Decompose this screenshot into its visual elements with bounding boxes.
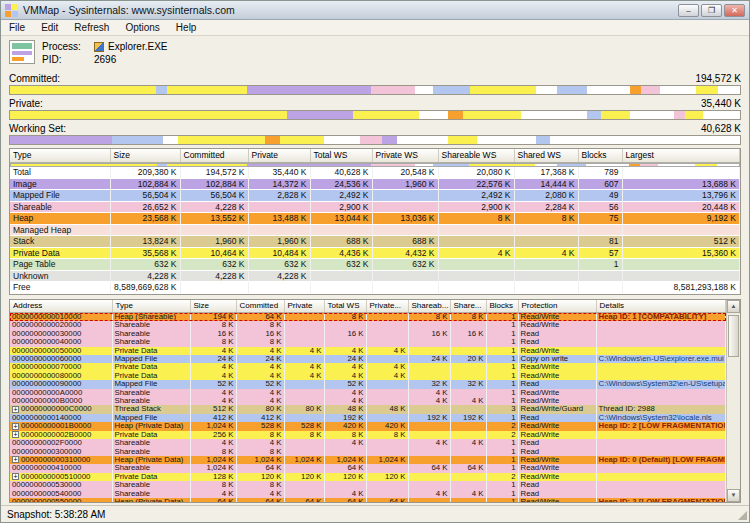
summary-value-cell: 24,536 K — [310, 178, 372, 190]
detail-col-header-total-ws[interactable]: Total WS — [324, 300, 366, 313]
detail-value-cell — [324, 338, 366, 346]
summary-row-mapped-file[interactable]: Mapped File56,504 K56,504 K2,828 K2,492 … — [10, 190, 740, 202]
summary-col-header-private[interactable]: Private — [248, 149, 310, 162]
detail-row[interactable]: 0000000000080000Private Data4 K4 K4 K4 K… — [10, 372, 726, 380]
detail-col-header-private[interactable]: Private — [284, 300, 324, 313]
detail-value-cell: 4 K — [324, 347, 366, 355]
detail-row[interactable]: 00000000000A0000Shareable4 K4 K4 K4 K1Re… — [10, 389, 726, 397]
detail-value-cell — [408, 363, 450, 371]
detail-row[interactable]: +0000000000510000Private Data128 K120 K1… — [10, 473, 726, 481]
menu-bar: FileEditRefreshOptionsHelp — [1, 20, 749, 36]
scroll-up-button[interactable]: ▲ — [727, 300, 740, 313]
title-bar[interactable]: VMMap - Sysinternals: www.sysinternals.c… — [1, 1, 749, 20]
expand-icon[interactable]: + — [12, 423, 19, 430]
detail-row[interactable]: 0000000000030000Shareable16 K16 K16 K16 … — [10, 330, 726, 338]
expand-icon[interactable]: + — [12, 406, 19, 413]
summary-col-header-shareable-ws[interactable]: Shareable WS — [438, 149, 514, 162]
detail-row[interactable]: +0000000000310000Heap (Private Data)1,02… — [10, 456, 726, 464]
detail-col-header-share[interactable]: Share... — [450, 300, 486, 313]
process-label: Process: — [42, 40, 94, 53]
detail-type-cell: Mapped File — [112, 355, 190, 363]
detail-col-header-committed[interactable]: Committed — [236, 300, 284, 313]
detail-col-header-size[interactable]: Size — [190, 300, 236, 313]
summary-row-heap[interactable]: Heap23,568 K13,552 K13,488 K13,044 K13,0… — [10, 213, 740, 225]
detail-row[interactable]: +00000000001B0000Heap (Private Data)1,02… — [10, 422, 726, 430]
summary-col-header-size[interactable]: Size — [110, 149, 180, 162]
summary-col-header-private-ws[interactable]: Private WS — [372, 149, 438, 162]
detail-col-header-shareab[interactable]: Shareab... — [408, 300, 450, 313]
detail-row[interactable]: 0000000000540000Shareable4 K4 K4 K4 K4 K… — [10, 490, 726, 498]
detail-row[interactable]: 0000000000040000Shareable8 K8 K1Read — [10, 338, 726, 346]
detail-protection-cell: Read/Write — [518, 347, 596, 355]
detail-col-header-private[interactable]: Private... — [366, 300, 408, 313]
summary-row-shareable[interactable]: Shareable26,652 K4,228 K2,900 K2,900 K2,… — [10, 201, 740, 213]
detail-row[interactable]: 00000000002F0000Shareable4 K4 K4 K4 K4 K… — [10, 439, 726, 447]
close-button[interactable]: ✕ — [724, 4, 745, 17]
summary-col-header-shared-ws[interactable]: Shared WS — [514, 149, 578, 162]
summary-row-unknown[interactable]: Unknown4,228 K4,228 K4,228 K — [10, 270, 740, 282]
summary-row-stack[interactable]: Stack13,824 K1,960 K1,960 K688 K688 K815… — [10, 236, 740, 248]
menu-item-options[interactable]: Options — [117, 21, 167, 34]
summary-col-header-committed[interactable]: Committed — [180, 149, 248, 162]
detail-row[interactable]: 0000000000020000Shareable8 K8 K1Read/Wri… — [10, 321, 726, 329]
detail-value-cell — [284, 321, 324, 329]
detail-col-header-address[interactable]: Address — [10, 300, 112, 313]
expand-icon[interactable]: + — [12, 473, 19, 480]
detail-row[interactable]: 0000000000070000Private Data4 K4 K4 K4 K… — [10, 363, 726, 371]
detail-blocks-cell: 1 — [486, 456, 518, 464]
summary-row-free[interactable]: Free8,589,669,628 K8,581,293,188 K — [10, 282, 740, 294]
detail-col-header-protection[interactable]: Protection — [518, 300, 596, 313]
detail-row[interactable]: 0000000000530000Shareable8 K8 K1Read — [10, 481, 726, 489]
menu-item-edit[interactable]: Edit — [33, 21, 66, 34]
detail-row[interactable]: 0000000000300000Shareable8 K8 K1Read — [10, 448, 726, 456]
summary-row-total[interactable]: Total209,380 K194,572 K35,440 K40,628 K2… — [10, 167, 740, 178]
detail-value-cell — [450, 431, 486, 439]
detail-row[interactable]: 0000000000010000Heap (Shareable)194 K64 … — [10, 313, 726, 322]
detail-row[interactable]: 0000000000050000Private Data4 K4 K4 K4 K… — [10, 347, 726, 355]
detail-value-cell: 120 K — [366, 473, 408, 481]
menu-item-file[interactable]: File — [1, 21, 33, 34]
detail-row[interactable]: 0000000000090000Mapped File52 K52 K52 K3… — [10, 380, 726, 388]
summary-value-cell: 40,628 K — [310, 167, 372, 178]
detail-row[interactable]: 0000000000140000Mapped File412 K412 K192… — [10, 414, 726, 422]
detail-col-header-details[interactable]: Details — [596, 300, 726, 313]
minimize-button[interactable]: – — [678, 4, 699, 17]
detail-row[interactable]: +00000000002B0000Private Data256 K8 K8 K… — [10, 431, 726, 439]
scroll-down-button[interactable]: ▼ — [727, 489, 740, 502]
expand-icon[interactable]: + — [12, 456, 19, 463]
detail-protection-cell: Read — [518, 490, 596, 498]
menu-item-help[interactable]: Help — [168, 21, 205, 34]
detail-row[interactable]: +00000000000C0000Thread Stack512 K80 K80… — [10, 405, 726, 413]
expand-icon[interactable]: + — [12, 431, 19, 438]
detail-row[interactable]: 0000000000410000Shareable1,024 K64 K64 K… — [10, 464, 726, 472]
summary-row-managed-heap[interactable]: Managed Heap — [10, 224, 740, 236]
address-text: 0000000000020000 — [12, 321, 81, 329]
detail-row[interactable]: 00000000000B0000Shareable4 K4 K4 K4 K4 K… — [10, 397, 726, 405]
bar-segment — [448, 136, 477, 144]
main-area: Process: Explorer.EXE PID: 2696 Committe… — [1, 36, 749, 505]
scrollbar-thumb[interactable] — [728, 315, 739, 357]
summary-col-header-type[interactable]: Type — [10, 149, 110, 162]
summary-row-page-table[interactable]: Page Table632 K632 K632 K632 K632 K1 — [10, 259, 740, 271]
summary-value-cell — [438, 236, 514, 248]
detail-value-cell — [284, 414, 324, 422]
detail-col-header-type[interactable]: Type — [112, 300, 190, 313]
summary-row-private-data[interactable]: Private Data35,568 K10,464 K10,484 K4,43… — [10, 247, 740, 259]
summary-col-header-blocks[interactable]: Blocks — [578, 149, 622, 162]
summary-col-header-total-ws[interactable]: Total WS — [310, 149, 372, 162]
detail-value-cell — [366, 330, 408, 338]
summary-value-cell — [514, 282, 578, 294]
detail-row[interactable]: 0000000000550000Heap (Private Data)64 K6… — [10, 498, 726, 502]
detail-table-wrap: AddressTypeSizeCommittedPrivateTotal WSP… — [10, 300, 726, 503]
scrollbar-track[interactable] — [727, 313, 740, 490]
detail-col-header-blocks[interactable]: Blocks — [486, 300, 518, 313]
menu-item-refresh[interactable]: Refresh — [66, 21, 117, 34]
resize-grip[interactable] — [738, 511, 747, 520]
summary-col-header-largest[interactable]: Largest — [622, 149, 740, 162]
summary-row-image[interactable]: Image102,884 K102,884 K14,372 K24,536 K1… — [10, 178, 740, 190]
detail-scrollbar[interactable]: ▲ ▼ — [726, 300, 740, 503]
summary-value-cell — [372, 190, 438, 202]
detail-protection-cell: Read/Write — [518, 431, 596, 439]
detail-row[interactable]: 0000000000060000Mapped File24 K24 K24 K2… — [10, 355, 726, 363]
maximize-button[interactable]: ❐ — [701, 4, 722, 17]
